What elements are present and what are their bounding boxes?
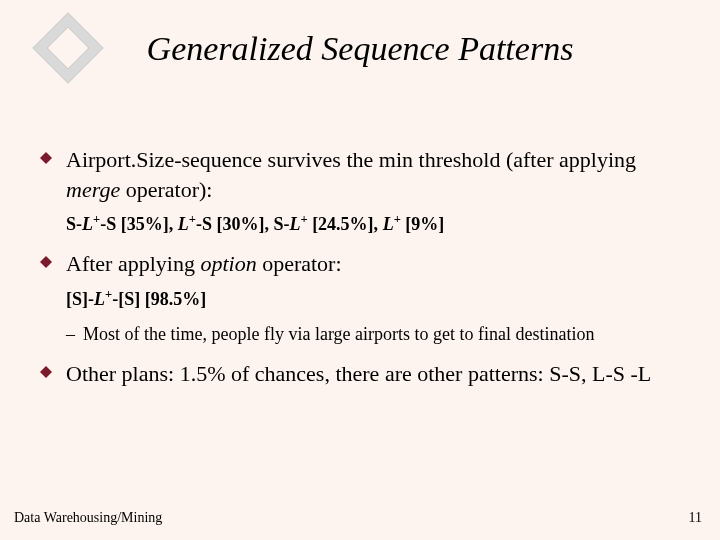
pat-frag: -[S] [112,289,140,309]
footer-left: Data Warehousing/Mining [14,510,162,526]
text-fragment: After applying [66,251,200,276]
diamond-bullet-icon [40,152,52,164]
svg-marker-2 [40,152,52,164]
bullet-item: Airport.Size-sequence survives the min t… [40,145,680,204]
diamond-bullet-icon [40,366,52,378]
pat-frag: L [94,289,105,309]
pat-frag: -S [196,214,212,234]
text-fragment: operator): [120,177,212,202]
sub-item-dash: – Most of the time, people fly via large… [66,324,680,345]
pat-frag: L [289,214,300,234]
sub-text: Most of the time, people fly via large a… [83,324,595,345]
bullet-item: After applying option operator: [40,249,680,279]
slide-title: Generalized Sequence Patterns [0,30,720,68]
bullet-text: After applying option operator: [66,249,680,279]
sub-item: [S]-L+-[S] [98.5%] [66,289,680,310]
pat-frag: -S [100,214,116,234]
dash-bullet-icon: – [66,324,75,345]
pat-frag: L [383,214,394,234]
text-fragment: operator: [257,251,342,276]
pat-frag: S- [66,214,82,234]
diamond-bullet-icon [40,256,52,268]
svg-marker-4 [40,366,52,378]
text-emphasis: option [200,251,256,276]
pat-frag: [98.5%] [140,289,206,309]
text-fragment: Airport.Size-sequence survives the min t… [66,147,636,172]
pat-frag: [35%], [116,214,178,234]
bullet-text: Airport.Size-sequence survives the min t… [66,145,680,204]
pat-sup: + [394,212,401,226]
pat-frag: L [178,214,189,234]
pat-frag: [S]- [66,289,94,309]
pat-frag: S- [273,214,289,234]
pat-sup: + [300,212,307,226]
sub-item: S-L+-S [35%], L+-S [30%], S-L+ [24.5%], … [66,214,680,235]
text-emphasis: merge [66,177,120,202]
pat-frag: L [82,214,93,234]
slide: Generalized Sequence Patterns Airport.Si… [0,0,720,540]
bullet-item: Other plans: 1.5% of chances, there are … [40,359,680,389]
slide-number: 11 [689,510,702,526]
pat-frag: [30%], [212,214,274,234]
svg-marker-3 [40,256,52,268]
bullet-text: Other plans: 1.5% of chances, there are … [66,359,680,389]
pat-frag: [9%] [401,214,445,234]
pat-frag: [24.5%], [308,214,383,234]
slide-body: Airport.Size-sequence survives the min t… [40,145,680,395]
pat-sup: + [189,212,196,226]
